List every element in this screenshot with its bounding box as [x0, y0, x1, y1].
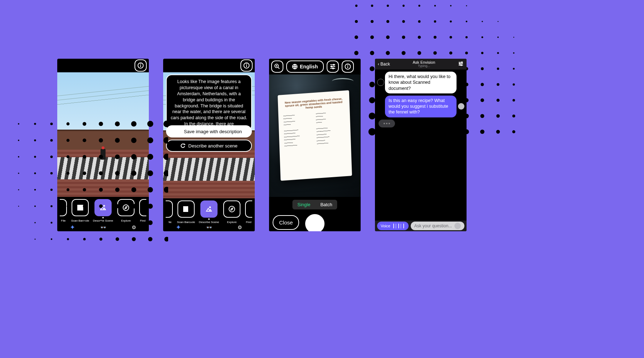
- svg-point-61: [513, 83, 515, 86]
- compass-icon: [228, 205, 235, 213]
- svg-point-20: [386, 35, 390, 39]
- recipe-title: New season vegetables with fresh cheese,…: [283, 97, 345, 111]
- svg-point-34: [433, 51, 437, 55]
- svg-point-82: [496, 114, 500, 118]
- svg-point-170: [34, 123, 36, 125]
- chat-input-bar: Voice ┃│┃│┃ Ask your question...: [375, 221, 467, 231]
- info-icon: [137, 62, 144, 69]
- segment-single[interactable]: Single: [292, 200, 315, 209]
- svg-point-147: [210, 207, 211, 208]
- glasses-icon[interactable]: 👓: [206, 224, 212, 230]
- glasses-icon[interactable]: 👓: [100, 224, 106, 230]
- svg-point-29: [354, 51, 358, 55]
- svg-point-10: [386, 20, 389, 23]
- svg-point-281: [51, 238, 52, 240]
- save-image-button[interactable]: Save image with description: [166, 125, 252, 137]
- adjust-button[interactable]: [458, 61, 464, 68]
- svg-point-37: [481, 52, 483, 54]
- chat-messages: Hi there, what would you like to know ab…: [375, 69, 467, 221]
- adjust-button[interactable]: [327, 61, 339, 73]
- spoon-prop: [332, 78, 353, 84]
- compass-icon: [122, 204, 130, 211]
- download-icon: [176, 129, 181, 134]
- svg-point-32: [402, 51, 406, 55]
- svg-point-2: [387, 5, 389, 7]
- mode-selector: File Scan Barcode Describe Scene Explore: [163, 198, 255, 231]
- back-button[interactable]: ‹ Back: [378, 62, 390, 67]
- svg-point-70: [480, 98, 484, 102]
- screenshot-2-describe-scene-result: Looks like The image features a pictures…: [163, 59, 255, 231]
- language-selector[interactable]: English: [286, 61, 324, 73]
- svg-point-25: [465, 36, 468, 38]
- settings-icon[interactable]: ⚙: [238, 224, 242, 230]
- describe-another-button[interactable]: Describe another scene: [166, 140, 252, 152]
- settings-icon[interactable]: ⚙: [132, 224, 136, 230]
- segment-batch[interactable]: Batch: [315, 200, 337, 209]
- svg-point-24: [450, 36, 452, 39]
- info-icon: [344, 63, 351, 70]
- svg-point-280: [35, 239, 36, 240]
- svg-point-201: [18, 156, 19, 158]
- svg-point-33: [418, 51, 421, 55]
- svg-point-14: [450, 20, 452, 23]
- info-button[interactable]: [240, 59, 253, 72]
- svg-point-146: [247, 64, 247, 64]
- chat-subtitle: Typing...: [413, 64, 435, 68]
- chevron-left-icon: ‹: [378, 62, 379, 67]
- svg-point-93: [496, 130, 500, 134]
- svg-point-4: [418, 5, 420, 6]
- svg-point-286: [132, 237, 136, 241]
- svg-point-234: [34, 189, 36, 191]
- svg-point-148: [229, 206, 235, 212]
- svg-point-233: [18, 189, 19, 190]
- svg-point-288: [164, 237, 168, 241]
- svg-point-218: [34, 173, 36, 174]
- svg-point-285: [116, 237, 119, 241]
- svg-point-251: [50, 205, 53, 207]
- send-button[interactable]: [454, 223, 461, 229]
- voice-button[interactable]: Voice ┃│┃│┃: [377, 222, 409, 230]
- svg-point-92: [480, 130, 484, 134]
- camera-viewfinder: Looks like The image features a pictures…: [163, 72, 255, 198]
- svg-point-38: [497, 52, 499, 54]
- info-icon: [243, 62, 250, 69]
- svg-point-250: [34, 205, 36, 207]
- info-button[interactable]: [135, 59, 147, 72]
- svg-point-6: [450, 5, 452, 6]
- svg-point-282: [67, 238, 69, 240]
- sliders-icon: [458, 61, 464, 67]
- close-button[interactable]: Close: [273, 215, 299, 230]
- svg-point-0: [355, 5, 357, 7]
- focus-icon[interactable]: ✦: [70, 223, 75, 231]
- user-message: Is this an easy recipe? What would you s…: [385, 96, 457, 117]
- shutter-button[interactable]: [305, 214, 325, 231]
- globe-icon: [292, 64, 298, 69]
- screenshot-1-describe-scene-camera: File Scan Barcode Describe Scene Explore: [57, 59, 149, 231]
- landscape-icon: [99, 204, 107, 211]
- svg-point-7: [466, 5, 467, 6]
- svg-point-72: [513, 99, 515, 102]
- svg-point-142: [104, 205, 105, 207]
- svg-point-39: [513, 52, 514, 54]
- svg-point-5: [434, 5, 436, 7]
- svg-point-203: [50, 156, 53, 158]
- svg-point-22: [418, 36, 421, 39]
- scan-top-bar: English: [269, 59, 361, 74]
- svg-point-202: [34, 156, 36, 158]
- question-placeholder: Ask your question...: [414, 223, 452, 228]
- svg-point-16: [482, 21, 483, 22]
- question-input[interactable]: Ask your question...: [411, 222, 464, 230]
- capture-mode-segment[interactable]: Single Batch: [292, 200, 337, 209]
- svg-point-265: [34, 222, 36, 223]
- svg-point-94: [512, 130, 516, 134]
- svg-point-1: [371, 5, 373, 7]
- info-button[interactable]: [342, 61, 354, 73]
- svg-point-59: [481, 83, 484, 86]
- focus-icon[interactable]: ✦: [176, 223, 181, 231]
- waveform-icon: ┃│┃│┃: [392, 224, 405, 228]
- svg-point-36: [465, 52, 468, 54]
- svg-point-283: [83, 238, 86, 241]
- scene-description-text: Looks like The image features a pictures…: [171, 79, 247, 126]
- zoom-button[interactable]: [271, 61, 283, 73]
- magnifier-plus-icon: [274, 63, 281, 70]
